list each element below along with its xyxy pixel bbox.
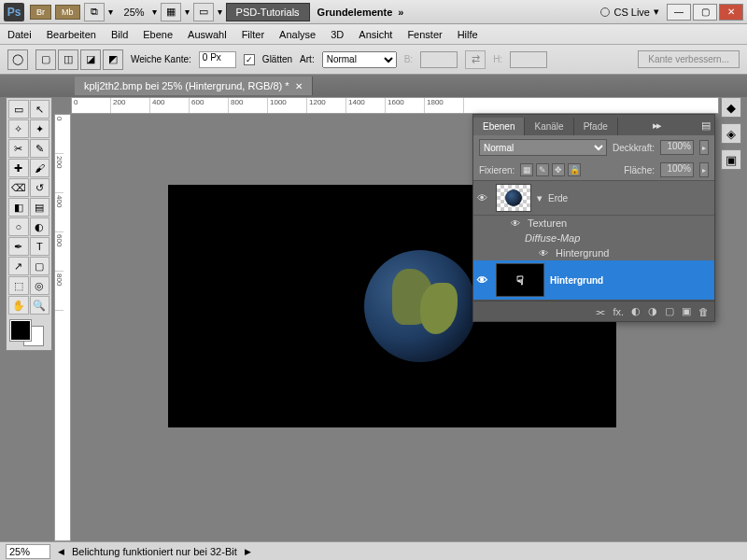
marquee-tool[interactable]: ▭ xyxy=(8,100,29,119)
cs-live-button[interactable]: CS Live ▾ xyxy=(600,6,659,18)
maximize-button[interactable]: ▢ xyxy=(693,4,717,21)
arrange-dropdown-icon[interactable]: ▾ xyxy=(218,7,222,17)
layer-sub-hintergrund-link[interactable]: 👁 Hintergrund xyxy=(473,245,714,260)
layer-thumbnail[interactable] xyxy=(496,184,531,212)
selection-intersect-icon[interactable]: ◩ xyxy=(103,49,123,70)
history-brush-tool[interactable]: ↺ xyxy=(30,178,50,197)
selection-subtract-icon[interactable]: ◪ xyxy=(80,49,101,70)
view-extras-icon[interactable]: ▦ xyxy=(161,3,181,21)
ruler-horizontal[interactable]: 0 200 400 600 800 1000 1200 1400 1600 18… xyxy=(71,97,719,114)
extras-dropdown-icon[interactable]: ▾ xyxy=(185,7,190,17)
layer-sub-diffuse[interactable]: Diffuse-Map xyxy=(473,231,714,245)
close-tab-icon[interactable]: ✕ xyxy=(295,81,303,91)
layer-mask-icon[interactable]: ◐ xyxy=(631,305,641,317)
menu-filter[interactable]: Filter xyxy=(242,29,264,40)
minibridge-badge[interactable]: Mb xyxy=(55,5,80,20)
antialias-checkbox[interactable]: ✓ xyxy=(244,54,255,65)
menu-3d[interactable]: 3D xyxy=(331,29,344,40)
panel-menu-icon[interactable]: ▤ xyxy=(696,116,714,135)
menu-hilfe[interactable]: Hilfe xyxy=(458,29,478,40)
type-tool[interactable]: T xyxy=(30,237,50,256)
menu-ebene[interactable]: Ebene xyxy=(143,29,173,40)
tab-pfade[interactable]: Pfade xyxy=(574,118,618,135)
opacity-input[interactable]: 100% xyxy=(660,140,694,155)
dock-layers-icon[interactable]: ◆ xyxy=(721,97,741,118)
menu-bild[interactable]: Bild xyxy=(111,29,128,40)
group-icon[interactable]: ▢ xyxy=(665,305,674,317)
zoom-level[interactable]: 25% xyxy=(124,7,145,18)
move-tool[interactable]: ↖ xyxy=(30,100,50,119)
stamp-tool[interactable]: ⌫ xyxy=(8,178,29,197)
screen-mode-icon[interactable]: ⧉ xyxy=(84,3,105,21)
visibility-icon[interactable]: 👁 xyxy=(511,218,522,229)
hand-tool[interactable]: ✋ xyxy=(8,296,29,315)
shape-tool[interactable]: ▢ xyxy=(30,257,50,275)
blur-tool[interactable]: ○ xyxy=(8,217,29,236)
status-prev-icon[interactable]: ◀ xyxy=(58,547,64,556)
zoom-dropdown-icon[interactable]: ▾ xyxy=(152,7,157,17)
tab-ebenen[interactable]: Ebenen xyxy=(473,118,525,135)
dropdown-arrow-icon[interactable]: ▾ xyxy=(108,7,113,17)
lasso-tool[interactable]: ✧ xyxy=(8,119,29,138)
lock-pixels-icon[interactable]: ✎ xyxy=(536,163,549,176)
lock-position-icon[interactable]: ✥ xyxy=(552,163,565,176)
opacity-arrow-icon[interactable]: ▸ xyxy=(699,140,709,155)
menu-bearbeiten[interactable]: Bearbeiten xyxy=(47,29,96,40)
visibility-icon[interactable]: 👁 xyxy=(539,248,550,259)
style-select[interactable]: Normal xyxy=(322,51,397,68)
foreground-color[interactable] xyxy=(10,320,31,341)
brush-tool[interactable]: 🖌 xyxy=(30,159,50,177)
pen-tool[interactable]: ✒ xyxy=(8,237,29,256)
layer-thumbnail[interactable]: ☟ xyxy=(496,263,544,297)
ruler-vertical[interactable]: 0 200 400 600 800 xyxy=(54,114,71,541)
arrange-docs-icon[interactable]: ▭ xyxy=(193,3,214,21)
zoom-tool[interactable]: 🔍 xyxy=(30,296,50,315)
refine-edge-button[interactable]: Kante verbessern... xyxy=(638,50,740,68)
selection-add-icon[interactable]: ◫ xyxy=(58,49,78,70)
gradient-tool[interactable]: ▤ xyxy=(30,198,50,217)
camera-tool[interactable]: ◎ xyxy=(30,276,50,295)
dodge-tool[interactable]: ◐ xyxy=(30,217,50,236)
close-button[interactable]: ✕ xyxy=(719,4,743,21)
healing-tool[interactable]: ✚ xyxy=(8,159,29,177)
menu-analyse[interactable]: Analyse xyxy=(279,29,316,40)
menu-datei[interactable]: Datei xyxy=(7,29,32,40)
workspace-chevron-icon[interactable]: » xyxy=(398,7,403,18)
layer-sub-texturen[interactable]: 👁 Texturen xyxy=(473,216,714,231)
dock-channels-icon[interactable]: ◈ xyxy=(721,123,741,144)
bridge-badge[interactable]: Br xyxy=(30,5,51,20)
layer-name[interactable]: Hintergrund xyxy=(550,275,603,286)
eyedropper-tool[interactable]: ✎ xyxy=(30,139,50,158)
fill-arrow-icon[interactable]: ▸ xyxy=(699,162,709,177)
tutorials-button[interactable]: PSD-Tutorials xyxy=(226,3,310,21)
document-tab[interactable]: kplj2th2.bmp bei 25% (Hintergrund, RGB/8… xyxy=(75,77,313,95)
dock-paths-icon[interactable]: ▣ xyxy=(721,149,741,170)
layer-row-erde[interactable]: 👁 ▾ Erde xyxy=(473,181,714,216)
visibility-icon[interactable]: 👁 xyxy=(477,274,490,286)
new-layer-icon[interactable]: ▣ xyxy=(682,305,691,317)
layer-row-hintergrund[interactable]: 👁 ☟ Hintergrund xyxy=(473,260,714,301)
visibility-icon[interactable]: 👁 xyxy=(477,192,490,203)
current-tool-icon[interactable]: ◯ xyxy=(7,49,28,70)
lock-all-icon[interactable]: 🔒 xyxy=(568,163,581,176)
zoom-input[interactable]: 25% xyxy=(6,544,50,559)
selection-new-icon[interactable]: ▢ xyxy=(35,49,56,70)
eraser-tool[interactable]: ◧ xyxy=(8,198,29,217)
color-swatches[interactable] xyxy=(8,318,46,348)
minimize-button[interactable]: — xyxy=(667,4,691,21)
layer-fx-icon[interactable]: fx. xyxy=(613,306,624,317)
wand-tool[interactable]: ✦ xyxy=(30,119,50,138)
workspace-label[interactable]: Grundelemente xyxy=(317,7,393,18)
menu-fenster[interactable]: Fenster xyxy=(407,29,442,40)
3d-tool[interactable]: ⬚ xyxy=(8,276,29,295)
layer-name[interactable]: Erde xyxy=(548,193,568,203)
tab-kanaele[interactable]: Kanäle xyxy=(525,118,573,135)
status-next-icon[interactable]: ▶ xyxy=(245,547,251,556)
menu-ansicht[interactable]: Ansicht xyxy=(359,29,392,40)
fill-input[interactable]: 100% xyxy=(660,162,694,177)
blend-mode-select[interactable]: Normal xyxy=(479,139,607,156)
disclosure-icon[interactable]: ▾ xyxy=(537,192,543,204)
adjustment-layer-icon[interactable]: ◑ xyxy=(648,305,657,317)
lock-transparency-icon[interactable]: ▦ xyxy=(520,163,533,176)
link-layers-icon[interactable]: ⫘ xyxy=(595,306,605,317)
